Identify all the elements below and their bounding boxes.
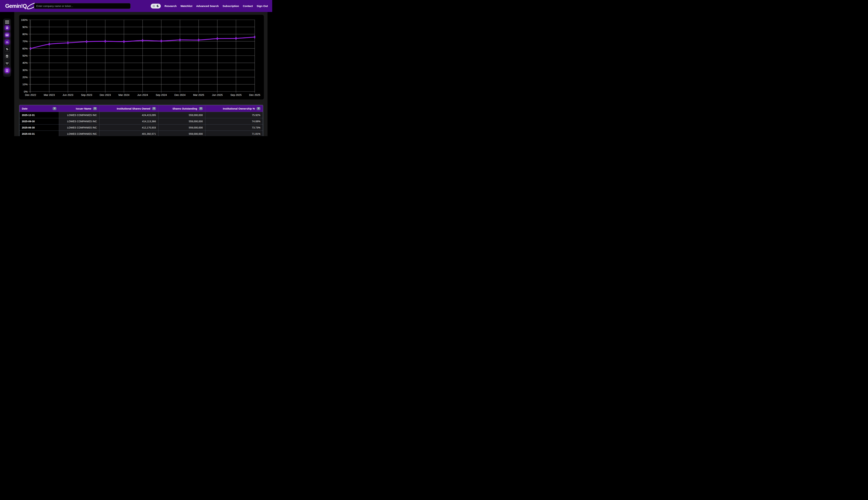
data-point-marker [86,40,87,43]
x-axis-label: Jun 2024 [137,93,148,96]
y-axis-label: 70% [22,40,27,43]
app-logo[interactable]: Gemin!Q [5,0,27,12]
y-axis-label: 20% [22,76,27,79]
y-axis-label: 80% [22,33,27,36]
cell-ownership-pct: 75.92% [205,112,263,118]
cell-issuer: LOWES COMPANIES INC [59,124,99,130]
x-axis-label: Jun 2023 [62,93,73,96]
y-axis-label: 100% [21,19,27,21]
x-axis-label: Mar 2024 [118,93,129,96]
sidebar-item-insider[interactable] [5,61,10,66]
y-axis-label: 40% [22,61,27,64]
cell-shares-owned: 412,170,933 [99,124,158,130]
sidebar-item-filings[interactable] [5,25,10,30]
ownership-chart: 0%10%20%30%40%50%60%70%80%90%100%Dec 202… [19,15,264,100]
sidebar-item-sort[interactable] [5,47,10,52]
nav-link-subscription[interactable]: Subscription [222,4,239,8]
data-point-marker [180,39,181,41]
x-axis-label: Dec 2025 [249,93,260,96]
table-icon [5,34,9,36]
x-axis-label: Mar 2023 [44,93,55,96]
calculator-icon [6,55,8,58]
theme-toggle[interactable] [151,4,161,9]
column-header-ownership-pct[interactable]: Institutional Ownership % [205,105,263,112]
filter-icon[interactable] [199,107,203,110]
table-row[interactable]: 2025-12-31 LOWES COMPANIES INC 424,415,0… [20,112,263,118]
ownership-table: Date Issuer Name Institutional Shares Ow… [19,105,263,136]
data-point-marker [49,43,50,45]
data-point-marker [142,39,143,42]
column-header-shares-owned[interactable]: Institutional Shares Owned [99,105,158,112]
sidebar-item-charts[interactable] [5,39,10,44]
column-header-issuer[interactable]: Issuer Name [59,105,99,112]
cell-date: 2025-09-30 [20,118,59,124]
handshake-icon [5,62,9,65]
cell-shares-outstanding: 559,000,000 [158,118,205,124]
chart-icon [5,41,9,43]
table-row[interactable]: 2025-03-31 LOWES COMPANIES INC 401,392,5… [20,130,263,136]
top-navbar: Gemin!Q Research Watchlist Advanced Sear… [0,0,272,12]
cell-ownership-pct: 73.73% [205,124,263,130]
x-axis-label: Mar 2025 [193,93,204,96]
y-axis-label: 50% [22,54,27,57]
data-point-marker [67,42,68,44]
x-axis-label: Dec 2022 [25,93,36,96]
cell-shares-owned: 424,415,095 [99,112,158,118]
cell-date: 2025-03-31 [20,130,59,136]
data-point-marker [198,39,199,41]
sidebar-item-table[interactable] [5,33,10,37]
cell-shares-outstanding: 559,000,000 [158,124,205,130]
x-axis-label: Jun 2025 [212,93,223,96]
data-point-marker [236,37,237,40]
y-axis-label: 10% [22,83,27,86]
filter-icon[interactable] [53,107,56,110]
filter-icon[interactable] [256,107,260,110]
ownership-chart-card: 0%10%20%30%40%50%60%70%80%90%100%Dec 202… [19,15,264,100]
search-input[interactable] [34,3,130,9]
data-point-marker [105,40,106,43]
building-icon [6,69,8,72]
y-axis-label: 30% [22,69,27,71]
sidebar [3,19,11,77]
cell-issuer: LOWES COMPANIES INC [59,112,99,118]
x-axis-label: Dec 2023 [100,93,111,96]
nav-link-watchlist[interactable]: Watchlist [181,4,192,8]
y-axis-label: 60% [22,47,27,50]
cell-date: 2025-12-31 [20,112,59,118]
filter-icon[interactable] [93,107,97,110]
cell-ownership-pct: 74.08% [205,118,263,124]
sort-arrows-icon [6,48,9,50]
moon-icon [157,5,159,7]
cell-shares-owned: 414,113,366 [99,118,158,124]
nav-link-advanced-search[interactable]: Advanced Search [196,4,219,8]
x-axis-label: Dec 2024 [174,93,185,96]
x-axis-label: Sep 2025 [230,93,241,96]
sidebar-item-institutions[interactable] [5,68,10,73]
menu-icon[interactable] [5,20,9,24]
document-icon [6,26,9,29]
table-row[interactable]: 2025-06-30 LOWES COMPANIES INC 412,170,9… [20,124,263,130]
cell-shares-outstanding: 559,000,000 [158,112,205,118]
data-point-marker [30,47,31,50]
app-logo-text: Gemin!Q [5,3,27,9]
sun-icon [152,5,155,8]
filter-icon[interactable] [152,107,156,110]
cell-shares-outstanding: 559,000,000 [158,130,205,136]
y-axis-label: 0% [24,90,27,93]
column-header-shares-outstanding[interactable]: Shares Outstanding [158,105,205,112]
navbar-right-group: Research Watchlist Advanced Search Subsc… [151,0,268,12]
x-axis-label: Sep 2024 [156,93,167,96]
data-point-marker [217,37,218,40]
table-row[interactable]: 2025-09-30 LOWES COMPANIES INC 414,113,3… [20,118,263,124]
nav-link-research[interactable]: Research [164,4,177,8]
column-header-date[interactable]: Date [20,105,59,112]
cell-date: 2025-06-30 [20,124,59,130]
cell-issuer: LOWES COMPANIES INC [59,118,99,124]
data-point-marker [254,36,255,38]
data-point-marker [123,40,125,43]
nav-link-sign-out[interactable]: Sign Out [256,4,268,8]
y-axis-label: 90% [22,25,27,29]
cell-issuer: LOWES COMPANIES INC [59,130,99,136]
nav-link-contact[interactable]: Contact [243,4,253,8]
sidebar-item-calculator[interactable] [5,54,10,59]
